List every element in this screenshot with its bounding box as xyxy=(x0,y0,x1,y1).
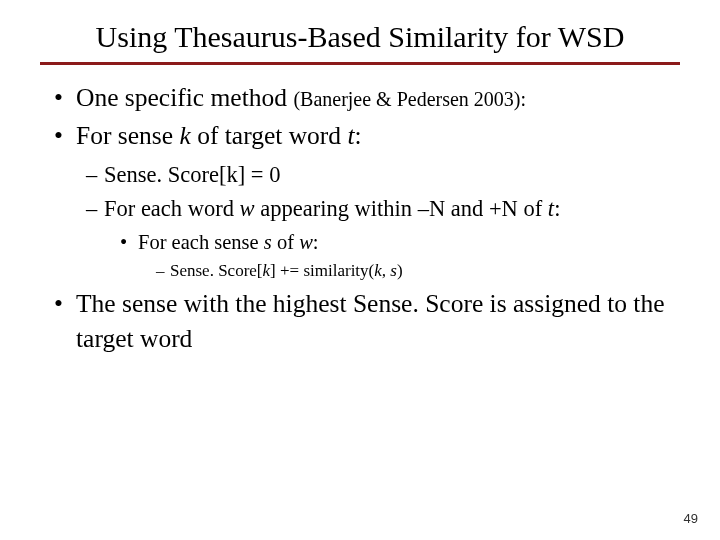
bullet-2-a: For sense xyxy=(76,121,179,150)
bullet-3: The sense with the highest Sense. Score … xyxy=(54,287,680,356)
bullet-1-cite: (Banerjee & Pedersen 2003): xyxy=(293,88,526,110)
bullet-2-k: k xyxy=(179,121,190,150)
subsub-1-w: w xyxy=(299,231,313,253)
sub-1: Sense. Score[k] = 0 xyxy=(86,160,680,190)
sub-list: Sense. Score[k] = 0 For each word w appe… xyxy=(86,160,680,283)
s4-a: Sense. Score[ xyxy=(170,261,263,280)
subsub-1-c: : xyxy=(313,231,319,253)
bullet-2-t: t xyxy=(348,121,355,150)
title-rule xyxy=(40,62,680,65)
sub-2-c: : xyxy=(554,196,560,221)
subsub-1-a: For each sense xyxy=(138,231,264,253)
subsubsub-list: Sense. Score[k] += similarity(k, s) xyxy=(156,260,680,283)
sub-2-w: w xyxy=(240,196,255,221)
s4-b: ] += similarity( xyxy=(270,261,374,280)
sub-2-b: appearing within –N and +N of xyxy=(255,196,548,221)
bullet-1-text: One specific method xyxy=(76,83,293,112)
s4-c: ) xyxy=(397,261,403,280)
sub-2-a: For each word xyxy=(104,196,240,221)
s4-k: k xyxy=(263,261,271,280)
bullet-list: One specific method (Banerjee & Pedersen… xyxy=(54,81,680,356)
subsub-1-b: of xyxy=(272,231,299,253)
bullet-1: One specific method (Banerjee & Pedersen… xyxy=(54,81,680,115)
s4-ks: k, s xyxy=(374,261,397,280)
bullet-2-c: : xyxy=(355,121,362,150)
subsubsub-1: Sense. Score[k] += similarity(k, s) xyxy=(156,260,680,283)
bullet-2: For sense k of target word t: Sense. Sco… xyxy=(54,119,680,283)
subsub-1-s: s xyxy=(264,231,272,253)
page-number: 49 xyxy=(684,511,698,526)
page-title: Using Thesaurus-Based Similarity for WSD xyxy=(40,20,680,54)
sub-2: For each word w appearing within –N and … xyxy=(86,194,680,283)
subsub-1: For each sense s of w: Sense. Score[k] +… xyxy=(120,229,680,284)
bullet-2-b: of target word xyxy=(191,121,348,150)
subsub-list: For each sense s of w: Sense. Score[k] +… xyxy=(120,229,680,284)
